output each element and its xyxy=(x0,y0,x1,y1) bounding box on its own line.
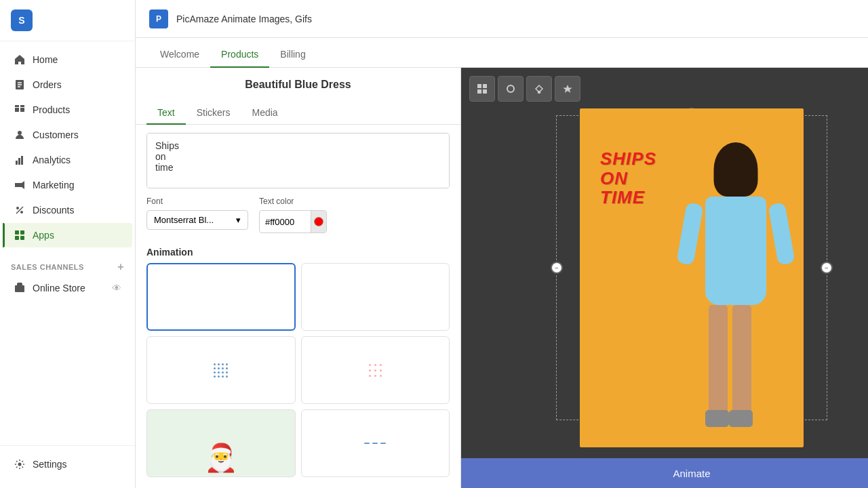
product-image: SHIPS ON TIME xyxy=(580,108,804,447)
sidebar-item-settings[interactable]: Settings xyxy=(3,452,132,476)
svg-rect-19 xyxy=(15,285,24,292)
animation-card-santa[interactable]: 🎅 xyxy=(146,409,296,477)
svg-rect-10 xyxy=(18,158,20,165)
home-icon xyxy=(14,54,26,66)
canvas-area: ↻ − ↻ − SHIPS ON TIME xyxy=(461,88,868,468)
inner-tab-text[interactable]: Text xyxy=(146,102,186,125)
main-content: P PicAmaze Animate Images, Gifs Welcome … xyxy=(136,0,868,488)
text-color-label: Text color xyxy=(259,197,327,206)
text-input[interactable]: Ships on time xyxy=(147,134,449,188)
analytics-icon xyxy=(14,154,26,166)
sidebar-label-apps: Apps xyxy=(33,230,54,241)
discounts-icon xyxy=(14,204,26,216)
sidebar-label-customers: Customers xyxy=(33,129,79,140)
sidebar-item-discounts[interactable]: Discounts xyxy=(3,198,132,222)
sidebar-item-products[interactable]: Products xyxy=(3,98,132,122)
online-store-icon xyxy=(14,282,26,294)
sidebar-label-home: Home xyxy=(33,54,58,65)
online-store-eye-icon[interactable]: 👁 xyxy=(112,283,121,293)
svg-rect-16 xyxy=(20,230,24,235)
content-area: Beautiful Blue Dress Text Stickers Media… xyxy=(136,68,868,488)
color-picker-button[interactable] xyxy=(311,211,326,232)
sidebar-label-settings: Settings xyxy=(33,459,67,470)
ships-on-time-text: SHIPS ON TIME xyxy=(600,149,656,207)
scale-handle-left[interactable]: − xyxy=(551,262,563,274)
panel-title: Beautiful Blue Dress xyxy=(136,68,460,102)
chevron-down-icon: ▾ xyxy=(236,215,241,225)
tab-billing[interactable]: Billing xyxy=(269,42,316,68)
animation-card-dashes[interactable] xyxy=(301,409,450,477)
svg-rect-18 xyxy=(20,236,24,240)
color-section: Text color xyxy=(259,197,327,233)
sidebar-label-discounts: Discounts xyxy=(33,205,74,216)
svg-rect-7 xyxy=(20,105,24,107)
dots-blue-pattern xyxy=(214,363,228,378)
font-section: Font Montserrat Bl... ▾ xyxy=(146,197,248,233)
animate-button-label: Animate xyxy=(673,468,710,479)
sidebar: S Home Orders Products Customers xyxy=(0,0,136,488)
sales-channels-section: SALES CHANNELS + xyxy=(0,253,135,275)
svg-rect-6 xyxy=(15,105,19,107)
font-value: Montserrat Bl... xyxy=(154,215,214,225)
font-label: Font xyxy=(146,197,248,206)
svg-point-13 xyxy=(20,211,23,214)
orders-icon xyxy=(14,79,26,91)
animation-card-dots-pink[interactable] xyxy=(301,336,450,404)
scale-handle-right[interactable]: − xyxy=(821,262,833,274)
settings-icon xyxy=(14,458,26,470)
animation-card-fade[interactable] xyxy=(301,263,450,331)
animate-button[interactable]: Animate xyxy=(461,458,868,488)
sidebar-bottom: Settings xyxy=(0,445,135,488)
svg-point-20 xyxy=(18,463,22,466)
sidebar-item-online-store[interactable]: Online Store 👁 xyxy=(3,276,132,300)
sidebar-nav: Home Orders Products Customers Analytics xyxy=(0,41,135,253)
marketing-icon xyxy=(14,179,26,191)
animation-card-none[interactable] xyxy=(146,263,296,331)
svg-rect-15 xyxy=(15,230,19,235)
customers-icon xyxy=(14,129,26,141)
dash-pattern xyxy=(364,443,386,444)
animation-label: Animation xyxy=(136,241,460,263)
shopify-logo-icon: S xyxy=(11,9,33,31)
sidebar-label-marketing: Marketing xyxy=(33,180,74,190)
inner-tab-stickers[interactable]: Stickers xyxy=(186,102,241,125)
text-input-area: Ships on time xyxy=(146,133,450,188)
sidebar-item-analytics[interactable]: Analytics xyxy=(3,148,132,172)
sidebar-logo: S xyxy=(0,0,135,41)
sidebar-item-orders[interactable]: Orders xyxy=(3,73,132,97)
animation-grid: 🎅 xyxy=(136,263,460,488)
animation-card-dots-blue[interactable] xyxy=(146,336,296,404)
color-input-row xyxy=(259,210,327,233)
sidebar-label-orders: Orders xyxy=(33,79,62,90)
svg-rect-9 xyxy=(16,161,18,165)
svg-rect-5 xyxy=(20,108,24,112)
online-store-label: Online Store xyxy=(33,283,85,293)
svg-rect-17 xyxy=(15,236,19,240)
topbar: P PicAmaze Animate Images, Gifs xyxy=(136,0,868,38)
svg-point-12 xyxy=(16,207,19,209)
sidebar-item-marketing[interactable]: Marketing xyxy=(3,173,132,197)
app-icon: P xyxy=(149,9,168,28)
tabbar: Welcome Products Billing xyxy=(136,38,868,68)
font-color-row: Font Montserrat Bl... ▾ Text color xyxy=(136,197,460,241)
tab-welcome[interactable]: Welcome xyxy=(149,42,210,68)
svg-rect-4 xyxy=(15,108,19,112)
sidebar-item-home[interactable]: Home xyxy=(3,47,132,72)
font-selector[interactable]: Montserrat Bl... ▾ xyxy=(146,210,248,230)
dots-pink-pattern xyxy=(369,364,382,377)
add-sales-channel-button[interactable]: + xyxy=(117,262,124,272)
inner-tab-media[interactable]: Media xyxy=(241,102,288,125)
tab-products[interactable]: Products xyxy=(210,42,269,68)
inner-tabs: Text Stickers Media xyxy=(136,102,460,125)
products-icon xyxy=(14,104,26,116)
svg-rect-11 xyxy=(21,156,23,165)
right-panel: ↻ − ↻ − SHIPS ON TIME xyxy=(461,68,868,488)
topbar-title: PicAmaze Animate Images, Gifs xyxy=(176,14,312,24)
sidebar-label-analytics: Analytics xyxy=(33,155,71,165)
color-input[interactable] xyxy=(260,213,311,231)
apps-icon xyxy=(14,229,26,241)
sidebar-item-apps[interactable]: Apps xyxy=(3,223,132,247)
left-panel: Beautiful Blue Dress Text Stickers Media… xyxy=(136,68,461,488)
color-swatch xyxy=(314,217,323,226)
sidebar-item-customers[interactable]: Customers xyxy=(3,123,132,147)
